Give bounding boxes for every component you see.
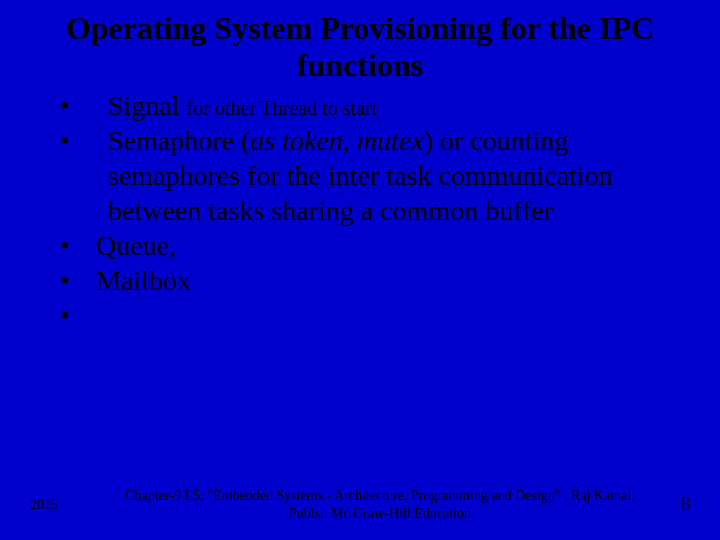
slide: Operating System Provisioning for the IP… [0, 0, 720, 540]
bullet-marker: • [60, 298, 96, 333]
bullet-lead: Signal [108, 90, 187, 121]
bullet-item: • Semaphore (as token, mutex) or countin… [60, 123, 690, 228]
bullet-marker: • [60, 228, 96, 263]
bullet-item: • [60, 298, 690, 333]
bullet-marker: • [60, 263, 96, 298]
slide-title: Operating System Provisioning for the IP… [50, 10, 670, 84]
bullet-list: • Signal for other Thread to start • Sem… [30, 88, 690, 333]
bullet-item: • Signal for other Thread to start [60, 88, 690, 123]
bullet-text: Queue, [96, 228, 690, 263]
bullet-rest: for other Thread to start [187, 97, 378, 119]
bullet-item: • Queue, [60, 228, 690, 263]
bullet-italic: as token, mutex [250, 125, 423, 156]
bullet-item: • Mailbox [60, 263, 690, 298]
bullet-text: Mailbox [96, 263, 690, 298]
footer-citation: Chapter-9 L5: "Embedded Systems - Archit… [110, 487, 650, 522]
bullet-marker: • [60, 123, 96, 158]
footer-year: 2015 [30, 497, 110, 513]
page-number: 8 [650, 494, 690, 515]
bullet-marker: • [60, 88, 96, 123]
bullet-lead: Semaphore ( [108, 125, 250, 156]
slide-footer: 2015 Chapter-9 L5: "Embedded Systems - A… [0, 487, 720, 522]
bullet-text: Semaphore (as token, mutex) or counting … [96, 123, 690, 228]
bullet-text: Signal for other Thread to start [96, 88, 690, 123]
